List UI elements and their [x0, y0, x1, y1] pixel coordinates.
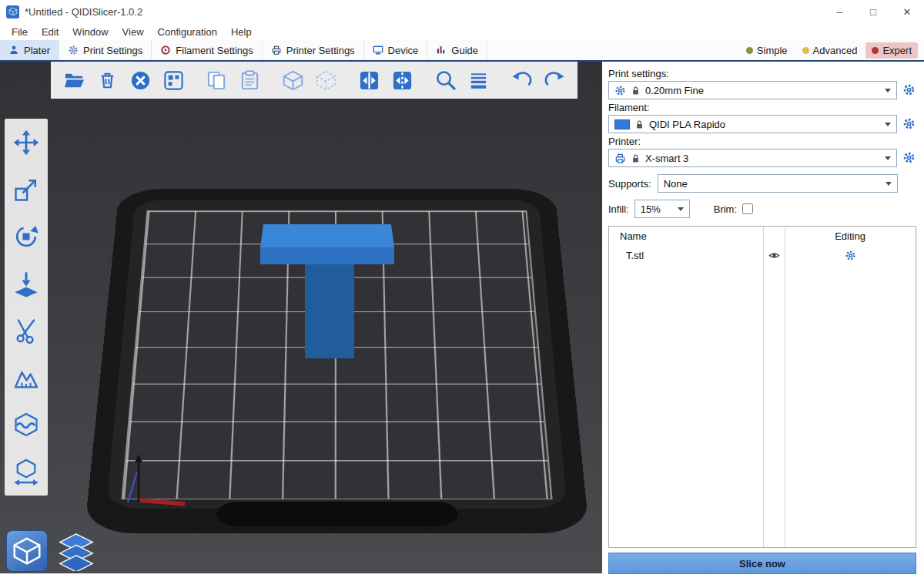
menu-file[interactable]: File — [5, 25, 35, 39]
variable-layer-height-button[interactable] — [464, 66, 492, 94]
paste-button[interactable] — [236, 66, 263, 94]
lock-icon — [634, 119, 644, 129]
menu-help[interactable]: Help — [224, 25, 259, 39]
cut-button[interactable] — [11, 315, 42, 346]
copy-button[interactable] — [203, 66, 230, 94]
rotate-button[interactable] — [11, 221, 42, 252]
split-to-objects-button[interactable] — [355, 66, 383, 94]
object-editing-button[interactable] — [785, 250, 916, 261]
model-t-stl[interactable] — [254, 218, 400, 372]
app-logo-icon — [6, 5, 19, 18]
printer-icon — [614, 153, 626, 164]
menu-view[interactable]: View — [116, 25, 151, 39]
scale-button[interactable] — [11, 174, 42, 205]
close-button[interactable]: ✕ — [890, 0, 924, 23]
delete-button[interactable] — [93, 66, 121, 94]
guide-icon — [436, 45, 447, 55]
simple-dot-icon — [746, 47, 753, 54]
place-on-face-button[interactable] — [11, 268, 42, 299]
printer-gear-button[interactable] — [902, 151, 916, 166]
object-name: T.stl — [609, 250, 763, 261]
mode-simple[interactable]: Simple — [740, 42, 794, 59]
main-area: Print settings: 0.20mm Fine Filament: QI… — [0, 62, 924, 578]
filament-settings-icon — [160, 45, 171, 55]
app-window: *Untitled - QIDISlicer-1.0.2 – □ ✕ File … — [0, 0, 924, 578]
viewport-3d — [0, 62, 602, 578]
filament-combo[interactable]: QIDI PLA Rapido — [608, 115, 897, 133]
menu-edit[interactable]: Edit — [35, 25, 65, 39]
seam-icon — [12, 411, 40, 439]
advanced-dot-icon — [802, 47, 809, 54]
tab-plater[interactable]: Plater — [0, 40, 59, 60]
dropdown-arrow-icon — [886, 182, 892, 189]
search-icon — [434, 69, 457, 92]
redo-button[interactable] — [541, 66, 568, 94]
seam-painting-button[interactable] — [11, 409, 42, 440]
mode-advanced[interactable]: Advanced — [796, 42, 864, 59]
menu-window[interactable]: Window — [65, 25, 115, 39]
eye-icon — [768, 250, 780, 261]
split-to-parts-button[interactable] — [388, 66, 416, 94]
filament-gear-button[interactable] — [902, 117, 916, 132]
paint-supports-button[interactable] — [11, 362, 42, 393]
left-toolbar — [5, 119, 48, 496]
printer-settings-icon — [271, 45, 282, 55]
dropdown-arrow-icon — [885, 89, 891, 96]
arrange-icon — [162, 69, 185, 92]
expert-dot-icon — [872, 47, 879, 54]
tab-printer-settings[interactable]: Printer Settings — [263, 40, 364, 60]
brim-checkbox[interactable] — [742, 203, 753, 214]
lock-icon — [631, 153, 641, 163]
tab-print-settings[interactable]: Print Settings — [59, 40, 152, 60]
minimize-button[interactable]: – — [822, 0, 856, 23]
arrange-button[interactable] — [159, 66, 187, 94]
editor-view-button[interactable] — [6, 530, 48, 572]
infill-combo[interactable]: 15% — [634, 200, 690, 218]
preview-view-button[interactable] — [55, 530, 97, 572]
printer-combo[interactable]: X-smart 3 — [608, 149, 897, 167]
remove-instance-button[interactable] — [312, 66, 340, 94]
add-instance-button[interactable] — [279, 66, 306, 94]
plater-icon — [8, 45, 19, 55]
gear-icon — [902, 83, 916, 96]
scene-3d[interactable] — [0, 62, 602, 573]
print-settings-combo[interactable]: 0.20mm Fine — [608, 81, 897, 99]
sidebar: Print settings: 0.20mm Fine Filament: QI… — [602, 62, 924, 578]
menubar: File Edit Window View Configuration Help — [0, 23, 924, 40]
split-parts-icon — [391, 69, 413, 92]
object-row-t-stl[interactable]: T.stl — [609, 245, 916, 265]
layers-icon — [467, 69, 490, 92]
slice-now-button[interactable]: Slice now — [608, 553, 916, 574]
measure-button[interactable] — [11, 456, 42, 487]
supports-combo[interactable]: None — [658, 174, 898, 193]
titlebar: *Untitled - QIDISlicer-1.0.2 – □ ✕ — [0, 0, 924, 23]
place-on-face-icon — [12, 270, 40, 297]
device-icon — [373, 45, 383, 55]
undo-icon — [511, 69, 533, 92]
preview-layers-icon — [56, 531, 96, 571]
move-button[interactable] — [11, 127, 42, 158]
measure-icon — [12, 458, 40, 486]
visibility-toggle-button[interactable] — [763, 250, 785, 261]
view-mode-toolbar — [6, 530, 97, 572]
mode-expert[interactable]: Expert — [865, 42, 918, 59]
delete-all-button[interactable] — [126, 66, 154, 94]
filament-label: Filament: — [608, 102, 916, 113]
trash-icon — [96, 69, 119, 92]
split-objects-icon — [358, 69, 380, 92]
paint-supports-icon — [12, 364, 40, 391]
tab-guide[interactable]: Guide — [427, 40, 487, 60]
tab-device[interactable]: Device — [364, 40, 428, 60]
scale-icon — [12, 176, 40, 203]
open-button[interactable] — [60, 66, 88, 94]
print-settings-gear-button[interactable] — [902, 83, 916, 98]
add-instance-icon — [282, 69, 304, 92]
undo-button[interactable] — [507, 66, 535, 94]
maximize-button[interactable]: □ — [856, 0, 890, 23]
tabbar: Plater Print Settings Filament Settings … — [0, 40, 924, 62]
paste-icon — [239, 69, 261, 92]
print-settings-icon — [68, 45, 79, 55]
menu-configuration[interactable]: Configuration — [151, 25, 224, 39]
search-button[interactable] — [431, 66, 459, 94]
tab-filament-settings[interactable]: Filament Settings — [152, 40, 262, 60]
